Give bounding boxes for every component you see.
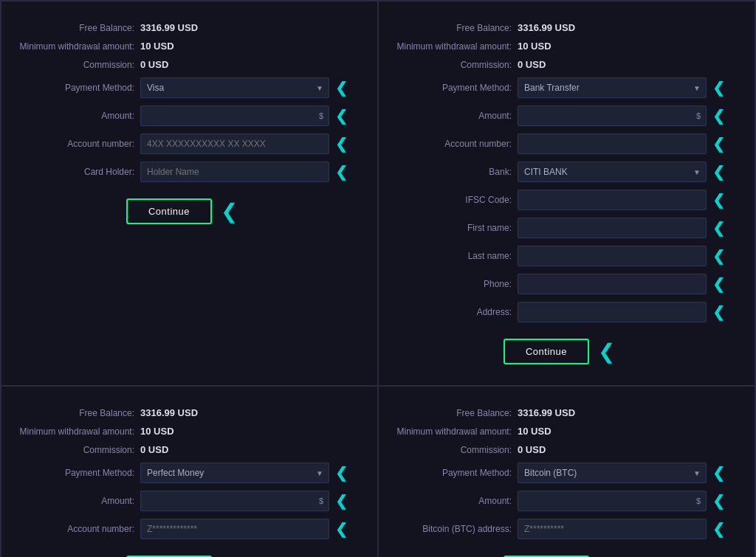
commission-row: Commission: 0 USD bbox=[394, 444, 725, 455]
account-number-input[interactable] bbox=[140, 134, 329, 154]
account-number-row: Account number: bbox=[16, 134, 348, 154]
account-number-label: Account number: bbox=[16, 524, 134, 534]
chevron-icon bbox=[335, 466, 348, 480]
chevron-icon-amount bbox=[712, 494, 725, 508]
amount-input[interactable] bbox=[518, 105, 707, 126]
amount-input[interactable] bbox=[140, 105, 329, 126]
amount-input[interactable] bbox=[518, 491, 707, 511]
chevron-icon-bank bbox=[712, 165, 725, 179]
panel-bank: Free Balance: 3316.99 USD Minimum withdr… bbox=[378, 1, 755, 386]
chevron-icon bbox=[712, 466, 725, 480]
ifsc-input[interactable] bbox=[518, 190, 707, 210]
free-balance-value: 3316.99 USD bbox=[140, 22, 198, 33]
free-balance-row: Free Balance: 3316.99 USD bbox=[394, 22, 725, 33]
payment-method-label: Payment Method: bbox=[394, 468, 512, 478]
address-label: Address: bbox=[394, 307, 512, 317]
account-number-input[interactable] bbox=[518, 134, 707, 154]
lastname-input[interactable] bbox=[518, 246, 707, 266]
lastname-wrapper bbox=[518, 246, 707, 266]
chevron-icon bbox=[712, 80, 725, 95]
amount-label: Amount: bbox=[16, 496, 134, 506]
continue-button[interactable]: Continue bbox=[126, 198, 212, 224]
payment-method-select[interactable]: Visa Bank Transfer Perfect Money Bitcoin… bbox=[518, 463, 707, 483]
payment-method-row: Payment Method: Visa Bank Transfer Perfe… bbox=[16, 77, 348, 98]
account-number-row: Account number: bbox=[394, 134, 725, 154]
lastname-row: Last name: bbox=[394, 246, 725, 266]
chevron-icon-firstname bbox=[712, 221, 725, 235]
main-grid: Free Balance: 3316.99 USD Minimum withdr… bbox=[0, 0, 756, 557]
min-withdrawal-label: Minimum withdrawal amount: bbox=[394, 426, 512, 437]
bank-select[interactable]: CITI BANK HDFC SBI ICICI bbox=[518, 162, 707, 182]
account-number-wrapper bbox=[140, 134, 329, 154]
amount-row: Amount: $ bbox=[16, 105, 348, 126]
chevron-icon-account bbox=[335, 522, 348, 536]
payment-method-select[interactable]: Visa Bank Transfer Perfect Money Bitcoin… bbox=[140, 77, 329, 98]
bitcoin-address-row: Bitcoin (BTC) address: bbox=[394, 519, 725, 539]
bitcoin-address-input[interactable] bbox=[518, 519, 707, 539]
chevron-icon-phone bbox=[712, 277, 725, 291]
phone-row: Phone: bbox=[394, 274, 725, 294]
phone-label: Phone: bbox=[394, 279, 512, 289]
min-withdrawal-row: Minimum withdrawal amount: 10 USD bbox=[16, 426, 348, 437]
continue-button[interactable]: Continue bbox=[504, 339, 589, 364]
chevron-icon-card bbox=[335, 165, 348, 179]
amount-label: Amount: bbox=[16, 111, 134, 121]
firstname-row: First name: bbox=[394, 218, 725, 238]
min-withdrawal-value: 10 USD bbox=[518, 41, 551, 52]
min-withdrawal-row: Minimum withdrawal amount: 10 USD bbox=[394, 41, 725, 52]
address-input[interactable] bbox=[518, 302, 707, 322]
ifsc-row: IFSC Code: bbox=[394, 190, 725, 210]
payment-method-label: Payment Method: bbox=[16, 468, 134, 478]
phone-input[interactable] bbox=[518, 274, 707, 294]
bank-label: Bank: bbox=[394, 167, 512, 177]
card-holder-wrapper bbox=[140, 162, 329, 182]
payment-method-wrapper: Visa Bank Transfer Perfect Money Bitcoin… bbox=[140, 77, 329, 98]
commission-row: Commission: 0 USD bbox=[16, 444, 348, 455]
amount-wrapper: $ bbox=[140, 105, 329, 126]
free-balance-row: Free Balance: 3316.99 USD bbox=[16, 407, 348, 418]
payment-method-wrapper: Visa Bank Transfer Perfect Money Bitcoin… bbox=[518, 77, 707, 98]
chevron-icon-account bbox=[712, 136, 725, 151]
commission-value: 0 USD bbox=[140, 59, 168, 70]
phone-wrapper bbox=[518, 274, 707, 294]
firstname-label: First name: bbox=[394, 223, 512, 233]
commission-label: Commission: bbox=[394, 60, 512, 70]
firstname-input[interactable] bbox=[518, 218, 707, 238]
panel-visa: Free Balance: 3316.99 USD Minimum withdr… bbox=[1, 1, 378, 386]
chevron-icon-ifsc bbox=[712, 193, 725, 207]
account-number-input[interactable] bbox=[140, 519, 329, 539]
free-balance-value: 3316.99 USD bbox=[518, 407, 575, 418]
commission-row: Commission: 0 USD bbox=[16, 59, 348, 70]
amount-row: Amount: $ bbox=[394, 105, 725, 126]
card-holder-row: Card Holder: bbox=[16, 162, 348, 182]
amount-input[interactable] bbox=[140, 491, 329, 511]
min-withdrawal-value: 10 USD bbox=[140, 41, 174, 52]
commission-value: 0 USD bbox=[518, 444, 546, 455]
bank-wrapper: CITI BANK HDFC SBI ICICI ▼ bbox=[518, 162, 707, 182]
chevron-large-icon bbox=[221, 201, 238, 222]
free-balance-label: Free Balance: bbox=[394, 23, 512, 33]
payment-method-row: Payment Method: Visa Bank Transfer Perfe… bbox=[16, 463, 348, 483]
account-number-wrapper bbox=[140, 519, 329, 539]
payment-method-select[interactable]: Visa Bank Transfer Perfect Money Bitcoin… bbox=[518, 77, 707, 98]
commission-row: Commission: 0 USD bbox=[394, 59, 725, 70]
min-withdrawal-row: Minimum withdrawal amount: 10 USD bbox=[394, 426, 725, 437]
chevron-icon-btc bbox=[712, 522, 725, 536]
free-balance-label: Free Balance: bbox=[16, 408, 134, 418]
account-number-label: Account number: bbox=[394, 139, 512, 149]
amount-row: Amount: $ bbox=[16, 491, 348, 511]
account-number-wrapper bbox=[518, 134, 707, 154]
account-number-label: Account number: bbox=[16, 139, 134, 149]
payment-method-wrapper: Visa Bank Transfer Perfect Money Bitcoin… bbox=[140, 463, 329, 483]
continue-row: Continue bbox=[394, 339, 725, 364]
lastname-label: Last name: bbox=[394, 251, 512, 261]
card-holder-input[interactable] bbox=[140, 162, 329, 182]
payment-method-wrapper: Visa Bank Transfer Perfect Money Bitcoin… bbox=[518, 463, 707, 483]
amount-row: Amount: $ bbox=[394, 491, 725, 511]
min-withdrawal-value: 10 USD bbox=[140, 426, 174, 437]
payment-method-label: Payment Method: bbox=[16, 83, 134, 93]
bitcoin-address-wrapper bbox=[518, 519, 707, 539]
panel-perfectmoney: Free Balance: 3316.99 USD Minimum withdr… bbox=[1, 386, 378, 557]
payment-method-select[interactable]: Visa Bank Transfer Perfect Money Bitcoin… bbox=[140, 463, 329, 483]
free-balance-label: Free Balance: bbox=[16, 23, 134, 33]
